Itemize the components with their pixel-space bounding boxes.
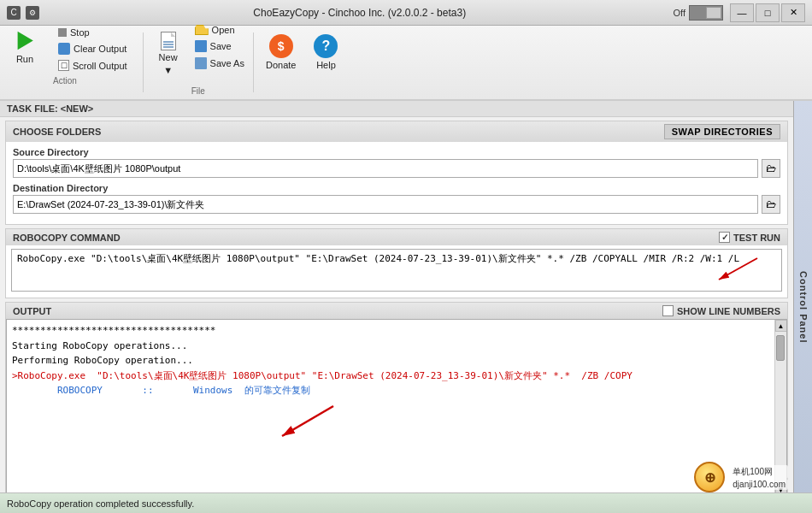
file-stacked: Open Save Save As [190,26,250,82]
status-message: RoboCopy operation completed successfull… [7,498,194,509]
run-icon [13,29,37,52]
open-label: Open [212,25,235,35]
choose-folders-title: CHOOSE FOLDERS [13,127,101,137]
task-bar: TASK FILE: <NEW> [0,101,793,117]
title-bar-icons: C ⚙ [7,6,39,20]
scroll-output-label: Scroll Output [73,61,127,71]
source-dir-label: Source Directory [13,147,780,157]
folders-content: Source Directory 🗁 Destination Directory… [6,142,787,224]
main-area: TASK FILE: <NEW> CHOOSE FOLDERS SWAP DIR… [0,101,812,513]
stop-label: Stop [70,27,90,38]
donate-label: Donate [266,60,296,70]
output-section: OUTPUT SHOW LINE NUMBERS ***************… [5,302,788,510]
file-label: File [147,86,250,96]
open-button[interactable]: Open [190,23,250,37]
off-label: Off [674,8,685,18]
toggle-box[interactable] [689,5,723,21]
title-buttons: — □ ✕ [730,3,805,22]
watermark-icon: ⊕ [694,462,725,492]
scroll-thumb [776,335,785,361]
scroll-up-button[interactable]: ▲ [775,320,787,332]
dest-browse-button[interactable]: 🗁 [762,195,780,214]
ribbon: Run Stop Clear Output ☐ Scroll Output Ac… [0,26,812,101]
test-run-label: TEST RUN [733,233,780,243]
help-button[interactable]: ? Help [304,26,347,81]
control-panel-tab[interactable]: Control Panel [793,101,812,513]
output-text: ************************************Star… [7,320,774,496]
clear-output-label: Clear Output [74,44,127,54]
action-group: Stop Clear Output ☐ Scroll Output Action [46,26,139,99]
save-as-label: Save As [210,58,244,68]
watermark-line1: 单机100网 [730,465,788,479]
task-file-label: TASK FILE: [7,103,58,114]
save-button[interactable]: Save [190,38,250,54]
show-line-numbers-label: SHOW LINE NUMBERS [677,306,780,316]
open-icon [195,25,209,35]
run-label: Run [16,54,33,64]
run-button[interactable]: Run [3,26,46,81]
action-label: Action [53,76,77,86]
maximize-button[interactable]: □ [756,3,780,22]
dest-dir-input[interactable] [13,195,758,214]
stop-icon [58,28,67,37]
test-run-checkbox[interactable]: ✓ [719,232,730,243]
choose-folders-section: CHOOSE FOLDERS SWAP DIRECTORIES Source D… [5,121,788,225]
output-title: OUTPUT [13,306,51,316]
window-title: ChoEazyCopy - Cinchoo Inc. (v2.0.0.2 - b… [46,7,674,19]
robocopy-header: ROBOCOPY COMMAND ✓ TEST RUN [6,229,787,245]
file-group: New ▼ Open Save Save As File [147,26,250,99]
choose-folders-header: CHOOSE FOLDERS SWAP DIRECTORIES [6,121,787,142]
donate-button[interactable]: $ Donate [257,26,304,81]
save-as-button[interactable]: Save As [190,56,250,71]
off-toggle[interactable]: Off [674,5,723,21]
help-icon: ? [314,34,338,58]
output-scroll-area: ************************************Star… [6,319,787,497]
new-button[interactable]: New ▼ [147,26,190,81]
robocopy-cmd-container [6,245,787,298]
save-as-icon [195,57,207,69]
scroll-output-button[interactable]: ☐ Scroll Output [53,58,132,73]
watermark-text-area: 单机100网 djanji100.com [730,465,788,490]
source-dir-row: 🗁 [13,159,780,178]
title-bar: C ⚙ ChoEazyCopy - Cinchoo Inc. (v2.0.0.2… [0,0,812,26]
robocopy-title: ROBOCOPY COMMAND [13,233,121,243]
task-file-value: <NEW> [61,103,94,114]
toggle-knob [706,7,721,19]
output-header: OUTPUT SHOW LINE NUMBERS [6,303,787,319]
source-dir-input[interactable] [13,159,758,178]
donate-icon: $ [269,34,293,58]
status-bar: RoboCopy operation completed successfull… [0,492,812,513]
swap-directories-button[interactable]: SWAP DIRECTORIES [664,124,780,139]
new-icon [161,32,176,50]
test-run-row: ✓ TEST RUN [719,232,780,243]
help-label: Help [316,60,336,70]
robocopy-section: ROBOCOPY COMMAND ✓ TEST RUN [5,228,788,298]
close-button[interactable]: ✕ [781,3,805,22]
new-dropdown-arrow: ▼ [163,65,173,75]
new-label: New [159,52,178,62]
robocopy-command-textarea[interactable] [11,249,782,292]
app-icon: C [7,6,21,20]
dest-dir-row: 🗁 [13,195,780,214]
show-line-numbers-checkbox[interactable] [662,305,674,316]
content-area: TASK FILE: <NEW> CHOOSE FOLDERS SWAP DIR… [0,101,793,513]
sep2 [253,32,254,92]
minimize-button[interactable]: — [730,3,754,22]
sep1 [143,32,144,92]
source-browse-button[interactable]: 🗁 [762,159,780,178]
clear-output-icon [58,43,70,55]
save-icon [195,40,207,52]
clear-output-button[interactable]: Clear Output [53,41,132,56]
stop-button[interactable]: Stop [53,26,132,39]
app-icon2: ⚙ [26,6,39,20]
save-label: Save [210,41,232,51]
scroll-checkbox[interactable]: ☐ [58,60,69,71]
show-line-numbers-row: SHOW LINE NUMBERS [662,305,780,316]
watermark-line2: djanji100.com [730,479,788,490]
dest-dir-label: Destination Directory [13,183,780,193]
watermark: ⊕ 单机100网 djanji100.com [694,462,788,492]
